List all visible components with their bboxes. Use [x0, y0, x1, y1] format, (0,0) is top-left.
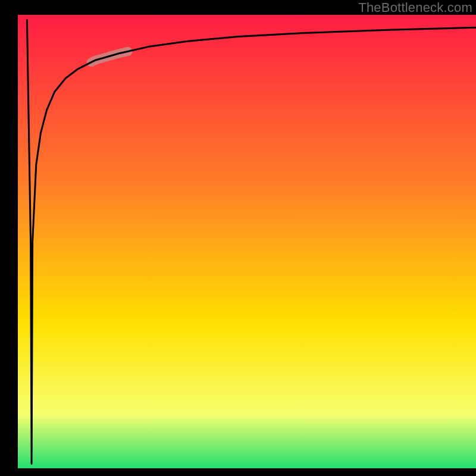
attribution-label: TheBottleneck.com — [358, 0, 472, 15]
plot-background — [18, 15, 476, 468]
bottleneck-chart — [0, 0, 476, 476]
